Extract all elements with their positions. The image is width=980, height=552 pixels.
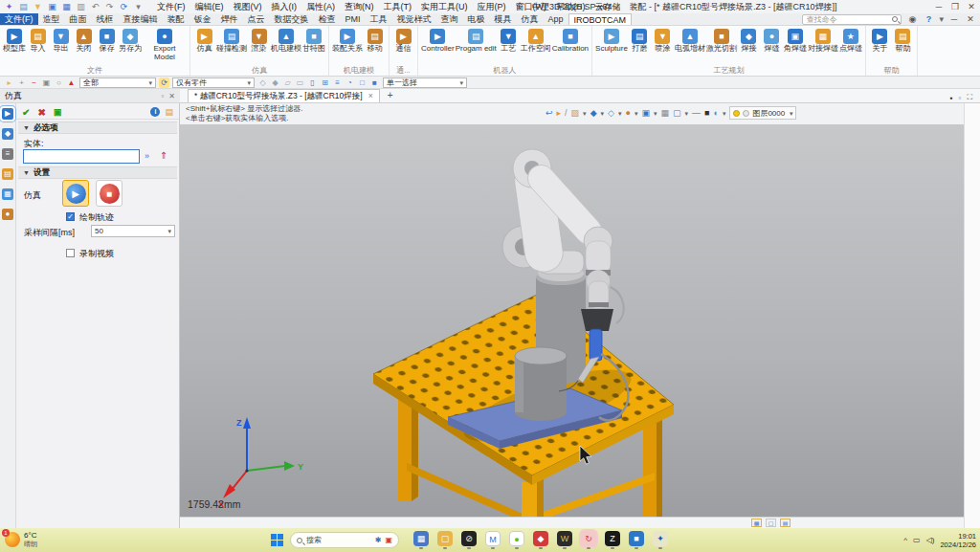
help-icon[interactable]: ? — [923, 14, 934, 24]
ribbon-tab-11[interactable]: PMI — [341, 13, 366, 25]
curve-filter-icon[interactable]: ▭ — [295, 77, 305, 88]
pick-from-list-icon[interactable]: ⇑ — [160, 150, 167, 161]
ribbon-tab-9[interactable]: 数据交换 — [270, 13, 314, 25]
ribbon-item-1-0[interactable]: ▶仿真 — [193, 29, 215, 54]
weather-widget[interactable]: 1 6°C 晴朗 — [5, 531, 37, 548]
simulation-panel-icon[interactable]: ▶ — [2, 108, 13, 120]
ribbon-tab-3[interactable]: 线框 — [92, 13, 119, 25]
undo-icon[interactable]: ↶ — [89, 1, 101, 13]
ribbon-tab-18[interactable]: App — [544, 13, 568, 25]
regen-icon[interactable]: ⟳ — [118, 1, 130, 13]
netease-app-icon[interactable]: ◆ — [533, 531, 548, 549]
ribbon-item-2-0[interactable]: ▶装配关系 — [332, 29, 363, 54]
history-icon[interactable]: □ — [357, 77, 368, 88]
edge-filter-icon[interactable]: ◆ — [270, 77, 280, 88]
motion-panel-icon[interactable]: ◆ — [2, 128, 13, 140]
render-panel-icon[interactable]: ▦ — [2, 188, 13, 200]
ribbon-item-0-6[interactable]: ●Export Model — [143, 29, 187, 61]
ribbon-tab-19[interactable]: IROBOTCAM — [568, 13, 633, 25]
ribbon-item-5-9[interactable]: ★点焊缝 — [839, 29, 862, 54]
box-zoom-icon-dropdown[interactable]: ▾ — [583, 110, 587, 117]
doc-close-icon[interactable]: ⛶ — [967, 93, 972, 102]
volume-icon[interactable]: ◁) — [926, 536, 935, 544]
layer-visibility-icon[interactable] — [733, 110, 740, 117]
scope-combo[interactable]: 全部▾ — [79, 77, 156, 88]
dim-filter-icon[interactable]: ◔ — [345, 77, 355, 88]
hidden-icons-chevron[interactable]: ^ — [903, 536, 907, 544]
ribbon-tab-4[interactable]: 直接编辑 — [119, 13, 163, 25]
right-collapsed-panel[interactable] — [964, 103, 980, 528]
ribbon-item-3-0[interactable]: ▶通信 — [392, 29, 414, 54]
library-panel-icon[interactable]: ▤ — [2, 168, 13, 180]
close-small-icon[interactable]: ✕ — [965, 14, 976, 24]
blank-icon[interactable]: ■ — [369, 77, 380, 88]
ribbon-item-4-4[interactable]: ■Calibration — [552, 29, 589, 54]
ribbon-item-5-2[interactable]: ▼喷涂 — [652, 29, 674, 54]
entity-input[interactable] — [23, 149, 140, 164]
ribbon-item-1-3[interactable]: ▲机电建模 — [271, 29, 301, 54]
3d-viewport-scene[interactable]: Z Y X — [180, 124, 964, 517]
ribbon-item-2-1[interactable]: ▤移动 — [364, 29, 386, 54]
add-pick-icon[interactable]: + — [16, 77, 27, 88]
ribbon-tab-2[interactable]: 曲面 — [65, 13, 92, 25]
open-file-icon[interactable]: ▼ — [32, 1, 44, 13]
settings-icon[interactable]: ◉ — [906, 14, 918, 24]
menu-item-0[interactable]: 文件(F) — [152, 0, 190, 13]
save-all-icon[interactable]: ▦ — [60, 1, 73, 13]
pick-arrow-icon[interactable]: ▸ — [4, 77, 14, 88]
settings-section-header[interactable]: ▼设置 — [18, 166, 177, 179]
ribbon-tab-13[interactable]: 视觉样式 — [392, 13, 436, 25]
box-zoom-icon[interactable]: ▧ — [571, 107, 580, 119]
ribbon-item-6-0[interactable]: ▶关于 — [869, 29, 891, 54]
render-style-icon[interactable]: ▣ — [641, 107, 650, 119]
ribbon-item-4-0[interactable]: ▶Controller — [421, 29, 455, 54]
pick-style-icon[interactable]: ▸ — [557, 107, 562, 119]
mail-app-icon[interactable]: M — [485, 531, 501, 549]
stop-simulation-button[interactable]: ■ — [96, 180, 122, 207]
stereo-icon[interactable]: ◐ — [713, 107, 718, 119]
ribbon-item-1-4[interactable]: ■甘特图 — [302, 29, 325, 54]
ribbon-item-5-7[interactable]: ▣角焊缝 — [784, 29, 807, 54]
ok-icon[interactable]: ✔ — [22, 107, 30, 118]
ribbon-item-0-1[interactable]: ▤导入 — [27, 29, 49, 54]
ribbon-item-0-0[interactable]: ▶模型库 — [3, 29, 26, 54]
ribbon-tab-15[interactable]: 电极 — [463, 13, 490, 25]
background-icon[interactable]: ▦ — [660, 107, 669, 119]
menu-item-3[interactable]: 插入(I) — [267, 0, 302, 13]
view-iso-icon-dropdown[interactable]: ▾ — [618, 110, 622, 117]
apply-icon[interactable]: ▣ — [54, 107, 62, 117]
sample-interval-combo[interactable]: 50▾ — [91, 225, 175, 237]
menu-item-2[interactable]: 视图(V) — [229, 0, 267, 13]
filter-pick-icon[interactable]: ▲ — [66, 77, 77, 88]
blue-app-icon[interactable]: ■ — [629, 531, 644, 549]
ribbon-tab-17[interactable]: 仿真 — [517, 13, 544, 25]
measure-icon[interactable]: / — [565, 107, 568, 119]
window-restore-icon[interactable]: ❐ — [949, 2, 961, 11]
datum-filter-icon[interactable]: ▯ — [307, 77, 318, 88]
menu-item-1[interactable]: 编辑(E) — [190, 0, 229, 13]
ribbon-item-0-4[interactable]: ■保存 — [96, 29, 118, 54]
ribbon-tab-10[interactable]: 检查 — [314, 13, 341, 25]
ribbon-item-0-3[interactable]: ▲关闭 — [73, 29, 95, 54]
ribbon-item-6-1[interactable]: ▤帮助 — [892, 29, 914, 54]
ribbon-item-5-5[interactable]: ◆焊接 — [738, 29, 760, 54]
ribbon-tab-14[interactable]: 查询 — [436, 13, 463, 25]
fullscreen-icon[interactable]: — — [692, 107, 701, 119]
window-minimize-icon[interactable]: ─ — [933, 2, 945, 11]
ribbon-item-5-3[interactable]: ▲电弧增材 — [675, 29, 705, 54]
ribbon-item-0-2[interactable]: ▼导出 — [50, 29, 72, 54]
panel-pin-icon[interactable]: ▫ — [161, 92, 164, 100]
stereo-icon-dropdown[interactable]: ▾ — [723, 110, 726, 117]
task-view-icon[interactable]: ▦ — [413, 531, 429, 549]
app-logo-icon[interactable]: ✦ — [3, 1, 15, 13]
layer-combo[interactable]: 图层0000 ▾ — [729, 106, 796, 120]
notifications-icon[interactable]: ▭ — [913, 536, 921, 544]
info-icon[interactable]: i — [150, 107, 160, 117]
ribbon-item-5-4[interactable]: ■激光切割 — [706, 29, 737, 54]
sketch-filter-icon[interactable]: ⊞ — [320, 77, 330, 88]
ribbon-tab-6[interactable]: 钣金 — [189, 13, 216, 25]
redo-icon[interactable]: ↷ — [103, 1, 116, 13]
view-standard-icon[interactable]: ◆ — [590, 107, 597, 119]
zw3d-app-icon[interactable]: ✦ — [653, 531, 668, 549]
wechat-app-icon[interactable]: ● — [509, 531, 524, 549]
